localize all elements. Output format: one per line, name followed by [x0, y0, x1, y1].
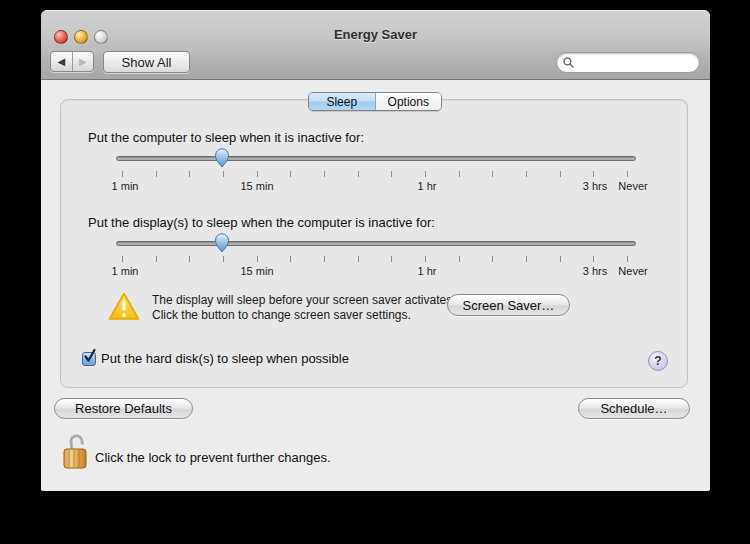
tick-label: Never	[618, 180, 647, 192]
display-sleep-slider-track[interactable]	[116, 241, 636, 246]
tick-label: 1 hr	[418, 180, 437, 192]
warning-text: The display will sleep before your scree…	[152, 293, 455, 323]
nav-segmented-control: ◀ ▶	[50, 51, 94, 72]
display-sleep-tick-labels: 1 min 15 min 1 hr 3 hrs Never	[41, 265, 710, 278]
window-title: Energy Saver	[41, 27, 710, 42]
show-all-button[interactable]: Show All	[103, 51, 190, 73]
energy-saver-window: Energy Saver ◀ ▶ Show All Sleep Options …	[41, 10, 710, 491]
display-sleep-slider-row: Put the display(s) to sleep when the com…	[41, 215, 710, 285]
tick-label: 3 hrs	[583, 180, 607, 192]
warning-icon	[107, 291, 141, 322]
search-field[interactable]	[556, 52, 700, 73]
title-bar: Energy Saver ◀ ▶ Show All	[41, 10, 710, 80]
computer-sleep-label: Put the computer to sleep when it is ina…	[88, 130, 364, 145]
computer-sleep-tick-marks	[122, 171, 629, 177]
tick-label: 1 hr	[418, 265, 437, 277]
display-sleep-tick-marks	[122, 256, 629, 262]
search-icon	[563, 57, 574, 68]
warning-line-2: Click the button to change screen saver …	[152, 308, 455, 323]
desktop: { "window": { "title": "Energy Saver", "…	[0, 0, 750, 544]
schedule-button[interactable]: Schedule…	[578, 398, 690, 419]
tick-label: 1 min	[112, 180, 139, 192]
tick-label: 15 min	[240, 180, 273, 192]
computer-sleep-slider-thumb[interactable]	[214, 147, 230, 168]
display-sleep-slider-thumb[interactable]	[214, 232, 230, 253]
display-sleep-label: Put the display(s) to sleep when the com…	[88, 215, 435, 230]
help-button[interactable]: ?	[648, 351, 668, 371]
computer-sleep-tick-labels: 1 min 15 min 1 hr 3 hrs Never	[41, 180, 710, 193]
tab-options[interactable]: Options	[376, 93, 442, 110]
tick-label: Never	[618, 265, 647, 277]
tab-group: Sleep Options	[308, 92, 442, 111]
restore-defaults-button[interactable]: Restore Defaults	[54, 398, 193, 419]
hard-disk-checkbox-label[interactable]: Put the hard disk(s) to sleep when possi…	[101, 351, 349, 366]
forward-button: ▶	[73, 52, 94, 71]
lock-text: Click the lock to prevent further change…	[95, 450, 331, 465]
hard-disk-checkbox[interactable]	[82, 352, 96, 366]
lock-icon[interactable]	[61, 431, 91, 471]
tick-label: 15 min	[240, 265, 273, 277]
computer-sleep-slider-track[interactable]	[116, 156, 636, 161]
tick-label: 3 hrs	[583, 265, 607, 277]
back-button[interactable]: ◀	[51, 52, 73, 71]
checkmark-icon	[82, 347, 98, 365]
screen-saver-button[interactable]: Screen Saver…	[447, 294, 570, 316]
computer-sleep-slider-row: Put the computer to sleep when it is ina…	[41, 130, 710, 200]
tick-label: 1 min	[112, 265, 139, 277]
search-input[interactable]	[578, 55, 692, 71]
warning-line-1: The display will sleep before your scree…	[152, 293, 455, 308]
tab-sleep[interactable]: Sleep	[309, 93, 376, 110]
